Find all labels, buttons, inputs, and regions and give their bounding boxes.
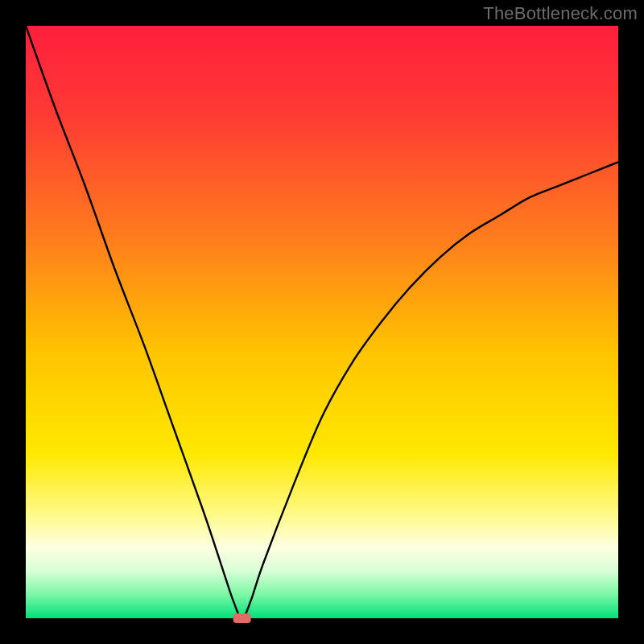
watermark-text: TheBottleneck.com [483, 3, 638, 24]
vertex-marker [233, 613, 251, 623]
chart-container: TheBottleneck.com [0, 0, 644, 644]
chart-svg [0, 0, 644, 644]
plot-background [26, 26, 618, 618]
